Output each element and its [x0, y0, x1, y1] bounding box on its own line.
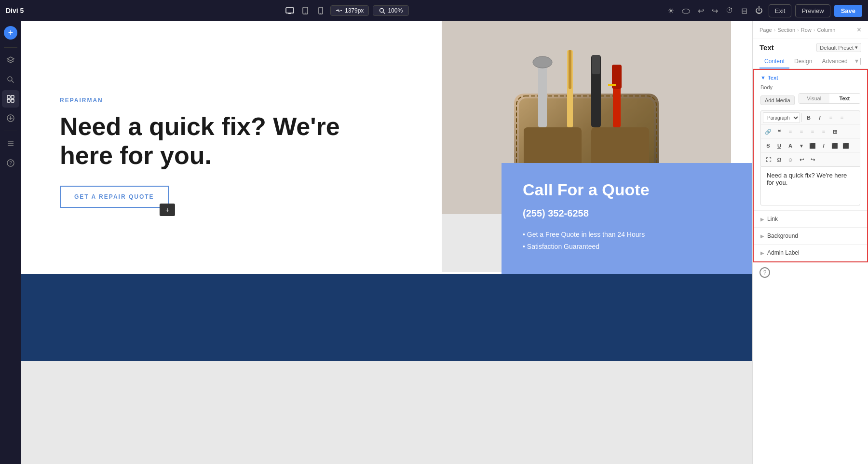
add-module-button[interactable]: +	[4, 26, 17, 40]
editor-text: Need a quick fix? We're here for you.	[767, 172, 847, 186]
topbar: Divi 5 1379px 100% ☀ ⬭ ↩ ↪	[0, 0, 868, 21]
history-icon[interactable]: ⏱	[724, 4, 735, 17]
background-section: ▶ Background	[754, 228, 867, 245]
tablet-icon[interactable]	[299, 5, 311, 16]
panel-close-button[interactable]: ×	[857, 26, 861, 34]
align-justify-button[interactable]: ≡	[818, 126, 829, 137]
underline-button[interactable]: U	[774, 140, 785, 151]
zoom-badge[interactable]: 100%	[373, 5, 409, 16]
editor-content[interactable]: Need a quick fix? We're here for you.	[760, 167, 860, 205]
ordered-list-button[interactable]: ≡	[837, 112, 847, 123]
add-media-button[interactable]: Add Media	[760, 96, 795, 105]
preview-button[interactable]: Preview	[795, 4, 830, 17]
align-left-button[interactable]: ≡	[785, 126, 796, 137]
tab-cursor-icon: |	[859, 57, 861, 67]
link-button[interactable]: 🔗	[763, 126, 773, 137]
viewport-badge[interactable]: 1379px	[330, 5, 369, 16]
main-area: + ? REPAIRMAN Need a quick fix	[0, 21, 868, 464]
desktop-icon[interactable]	[284, 5, 296, 16]
svg-point-31	[533, 56, 552, 68]
svg-rect-0	[286, 8, 294, 13]
help-sidebar-icon[interactable]: ?	[2, 154, 19, 172]
svg-rect-33	[569, 50, 571, 89]
tab-content[interactable]: Content	[760, 55, 789, 68]
power-icon[interactable]: ⏻	[753, 4, 765, 17]
toggle-icon[interactable]: ⬭	[680, 3, 692, 18]
tools-sidebar-icon[interactable]	[2, 135, 19, 152]
admin-label-header[interactable]: ▶ Admin Label	[754, 245, 867, 261]
redo-editor-button[interactable]: ↪	[807, 154, 818, 165]
outdent-btn[interactable]: ⬛	[841, 140, 851, 151]
quote-title: Call For a Quote	[523, 180, 731, 199]
link-section-header[interactable]: ▶ Link	[754, 211, 867, 227]
canvas-area[interactable]: REPAIRMAN Need a quick fix? We're here f…	[21, 21, 752, 464]
preset-dropdown[interactable]: Default Preset ▾	[816, 43, 861, 52]
italic-btn-2[interactable]: I	[818, 140, 829, 151]
layers-icon[interactable]	[2, 52, 19, 69]
link-section: ▶ Link	[754, 211, 867, 228]
tab-more-arrow[interactable]: ▾	[855, 57, 858, 67]
help-icon[interactable]: ?	[760, 267, 770, 278]
text-color-button[interactable]: A	[785, 140, 796, 151]
quote-list: Get a Free Quote in less than 24 Hours S…	[523, 229, 731, 253]
emoji-button[interactable]: ☺	[785, 154, 796, 165]
align-center-button[interactable]: ≡	[796, 126, 807, 137]
topbar-actions: ☀ ⬭ ↩ ↪ ⏱ ⊟ ⏻ Exit Preview Save	[665, 3, 862, 18]
exit-button[interactable]: Exit	[769, 4, 792, 17]
mobile-icon[interactable]	[315, 5, 326, 16]
paragraph-select[interactable]: Paragraph Heading 1 Heading 2	[763, 112, 800, 123]
strikethrough-button[interactable]: S	[763, 140, 773, 151]
blockquote-button[interactable]: ❝	[774, 126, 785, 137]
hero-section: REPAIRMAN Need a quick fix? We're here f…	[21, 21, 752, 274]
undo-editor-button[interactable]: ↩	[796, 154, 807, 165]
quote-section: Call For a Quote (255) 352-6258 Get a Fr…	[502, 163, 752, 274]
color-arrow-button[interactable]: ▾	[796, 140, 807, 151]
search-sidebar-icon[interactable]	[2, 71, 19, 88]
body-label: Body	[760, 84, 860, 90]
device-switcher: 1379px 100%	[284, 5, 409, 16]
visual-tab[interactable]: Visual	[799, 94, 829, 103]
undo-icon[interactable]: ↩	[696, 4, 706, 17]
svg-point-9	[8, 77, 12, 81]
background-section-header[interactable]: ▶ Background	[754, 228, 867, 244]
bold-button[interactable]: B	[803, 112, 814, 123]
tab-advanced[interactable]: Advanced	[817, 55, 852, 68]
text-section-arrow: ▼	[760, 75, 766, 81]
modules-sidebar-icon[interactable]	[2, 90, 19, 108]
breadcrumb-row[interactable]: Row	[801, 27, 812, 33]
align-right-button[interactable]: ≡	[807, 126, 818, 137]
panel-title-row: Text Default Preset ▾	[753, 39, 868, 52]
save-button[interactable]: Save	[834, 5, 862, 17]
quote-list-item-1: Get a Free Quote in less than 24 Hours	[523, 229, 731, 241]
toolbar-row-1: Paragraph Heading 1 Heading 2 B I ≡ ≡	[761, 111, 860, 125]
text-tab[interactable]: Text	[829, 94, 860, 103]
add-row-button[interactable]: +	[160, 204, 175, 216]
fullscreen-button[interactable]: ⛶	[763, 154, 773, 165]
breadcrumb-section[interactable]: Section	[777, 27, 795, 33]
special-chars-button[interactable]: Ω	[774, 154, 785, 165]
add-row-plus-icon: +	[165, 206, 169, 214]
hero-left-column: REPAIRMAN Need a quick fix? We're here f…	[21, 21, 420, 274]
help-icon-area: ?	[753, 262, 868, 283]
zoom-level: 100%	[388, 7, 403, 14]
redo-icon[interactable]: ↪	[710, 4, 720, 17]
svg-line-10	[12, 81, 14, 83]
admin-label-arrow-icon: ▶	[760, 250, 764, 256]
layout-icon[interactable]: ⊟	[739, 4, 749, 17]
breadcrumb-sep-1: ›	[774, 27, 776, 33]
breadcrumb-page[interactable]: Page	[760, 27, 772, 33]
svg-rect-12	[11, 96, 14, 98]
table-button[interactable]: ⊞	[829, 126, 840, 137]
right-panel: Page › Section › Row › Column × Text Def…	[752, 21, 868, 464]
indent-btn[interactable]: ⬛	[829, 140, 840, 151]
quote-phone: (255) 352-6258	[523, 208, 731, 219]
plus-sidebar-icon[interactable]	[2, 109, 19, 127]
format-btn-1[interactable]: ⬛	[807, 140, 818, 151]
sun-icon[interactable]: ☀	[665, 4, 676, 17]
editor-tabs: Visual Text	[799, 93, 860, 104]
unordered-list-button[interactable]: ≡	[826, 112, 836, 123]
breadcrumb-column[interactable]: Column	[817, 27, 835, 33]
italic-button[interactable]: I	[814, 112, 825, 123]
tab-design[interactable]: Design	[789, 55, 817, 68]
hero-cta-button[interactable]: GET A REPAIR QUOTE	[60, 186, 169, 208]
